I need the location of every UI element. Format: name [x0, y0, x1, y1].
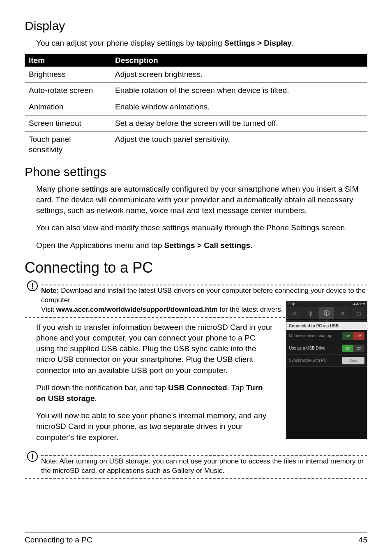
phone-settings-p1: Many phone settings are automatically co…: [36, 184, 367, 216]
display-settings-table: Item Description BrightnessAdjust screen…: [25, 54, 367, 158]
row-label: Mobile network sharing: [289, 334, 331, 338]
text: .: [250, 241, 252, 250]
text: .: [95, 394, 97, 403]
settings-path: Settings > Call settings: [164, 241, 251, 250]
toggle-off: Off: [353, 332, 364, 340]
support-url: www.acer.com/worldwide/support/download.…: [56, 306, 218, 313]
info-icon[interactable]: ⓘ: [318, 307, 334, 319]
phone-settings-heading: Phone settings: [25, 165, 367, 179]
connecting-p3: You will now be able to see your phone's…: [36, 410, 273, 443]
table-row: Screen timeoutSet a delay before the scr…: [25, 115, 367, 132]
warning-icon: !: [27, 451, 38, 462]
music-icon[interactable]: ♫: [286, 307, 302, 319]
col-header-item: Item: [25, 54, 111, 67]
usb-connected-header: Connected to PC via USB: [286, 322, 367, 330]
note-box-usb-storage: ! Note: After turning on USB storage, yo…: [25, 453, 367, 479]
mobile-network-sharing-row: Mobile network sharing On Off: [286, 330, 367, 342]
notification-tabs: ♫ ψ ⓘ ✕ ◷: [286, 307, 367, 320]
note-lead: Note:: [41, 287, 59, 294]
text: Pull down the notification bar, and tap: [36, 383, 168, 392]
cell-desc: Enable rotation of the screen when devic…: [111, 83, 367, 99]
status-left-icons: ⬚ ψ: [288, 302, 295, 307]
cell-item: Touch panel sensitivity: [25, 132, 111, 158]
cell-item: Animation: [25, 99, 111, 116]
table-row: Auto-rotate screenEnable rotation of the…: [25, 83, 367, 99]
table-row: Touch panel sensitivityAdjust the touch …: [25, 132, 367, 158]
connecting-p1: If you wish to transfer information betw…: [36, 322, 273, 376]
mobile-sharing-toggle[interactable]: On Off: [342, 332, 364, 340]
page-number: 45: [359, 535, 367, 544]
note-body: Note: After turning on USB storage, you …: [41, 457, 364, 475]
cell-item: Brightness: [25, 67, 111, 83]
sync-pc-row: Synchronize with PC Start: [286, 354, 367, 367]
text: for the latest drivers.: [218, 306, 283, 313]
footer-title: Connecting to a PC: [25, 535, 92, 544]
cell-item: Auto-rotate screen: [25, 83, 111, 99]
settings-path: Settings > Display: [224, 39, 292, 47]
table-row: BrightnessAdjust screen brightness.: [25, 67, 367, 83]
clock-icon[interactable]: ◷: [351, 307, 367, 319]
col-header-desc: Description: [111, 54, 367, 67]
page-footer: Connecting to a PC 45: [25, 535, 367, 544]
text: . Tap: [227, 383, 246, 392]
toggle-on: On: [342, 332, 353, 340]
text: You can adjust your phone display settin…: [36, 39, 224, 47]
cell-desc: Adjust screen brightness.: [111, 67, 367, 83]
warning-icon: !: [27, 280, 38, 291]
connecting-p2: Pull down the notification bar, and tap …: [36, 382, 273, 404]
text: Visit: [41, 306, 56, 313]
status-time: 3:00 PM: [353, 302, 365, 307]
close-icon[interactable]: ✕: [335, 307, 351, 319]
toggle-off: Off: [353, 345, 364, 352]
footer-divider: [25, 533, 367, 533]
phone-settings-p2: You can also view and modify these setti…: [36, 222, 367, 233]
table-row: AnimationEnable window animations.: [25, 99, 367, 116]
phone-screenshot: ⬚ ψ 3:00 PM ♫ ψ ⓘ ✕ ◷ Connected to PC vi…: [286, 301, 367, 439]
text: Open the Applications menu and tap: [36, 241, 164, 250]
usb-drive-row: Use as a USB Drive On Off: [286, 342, 367, 354]
display-heading: Display: [25, 19, 367, 33]
usb-icon[interactable]: ψ: [302, 307, 318, 319]
display-intro: You can adjust your phone display settin…: [36, 38, 367, 49]
usb-drive-toggle[interactable]: On Off: [342, 345, 364, 352]
usb-connected-label: USB Connected: [168, 383, 227, 392]
text: .: [292, 39, 294, 47]
cell-desc: Set a delay before the screen will be tu…: [111, 115, 367, 132]
toggle-on: On: [342, 345, 353, 352]
phone-settings-p3: Open the Applications menu and tap Setti…: [36, 240, 367, 251]
start-button[interactable]: Start: [342, 357, 364, 364]
connecting-pc-heading: Connecting to a PC: [25, 259, 367, 276]
cell-item: Screen timeout: [25, 115, 111, 132]
status-bar: ⬚ ψ 3:00 PM: [286, 301, 367, 307]
row-label: Synchronize with PC: [289, 358, 327, 363]
cell-desc: Enable window animations.: [111, 99, 367, 116]
cell-desc: Adjust the touch panel sensitivity.: [111, 132, 367, 158]
row-label: Use as a USB Drive: [289, 346, 325, 350]
